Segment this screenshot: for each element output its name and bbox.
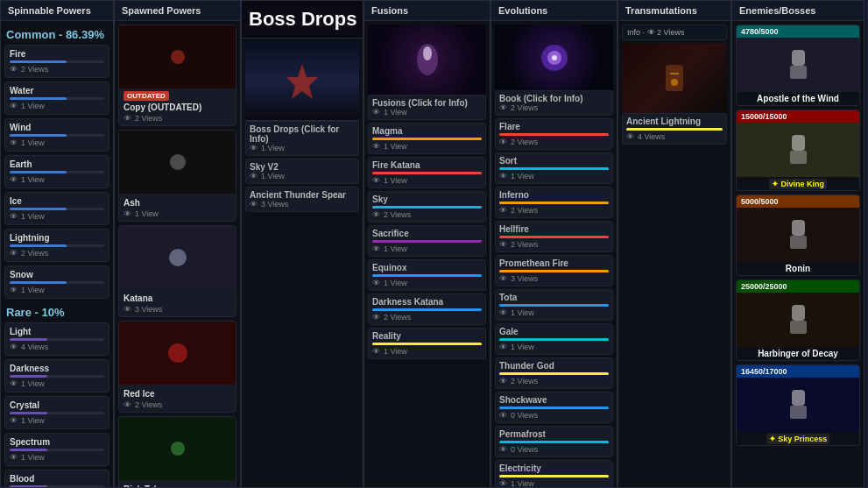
enemy-name-bar: Apostle of the Wind [737,92,859,105]
eye-icon: 👁 [10,138,18,147]
boss-drop-items-list: Sky V2👁1 ViewAncient Thunder Spear👁3 Vie… [245,159,359,212]
spawned-item-image [119,322,236,385]
enemy-name-text: Ronin [786,264,810,273]
evolution-item-name: Flare [499,122,609,131]
spinnable-rare-item[interactable]: Darkness👁1 View [4,359,109,393]
evolutions-body: Book (Click for Info) 👁 2 Views Flare👁2 … [491,21,617,487]
enemy-image [737,293,859,347]
evolution-item[interactable]: Gale👁1 View [495,323,613,355]
evolution-item[interactable]: Permafrost👁0 Views [495,426,613,457]
boss-drop-info[interactable]: Boss Drops (Click for Info) 👁 1 View [245,121,359,156]
fusion-item[interactable]: Fire Katana👁1 View [368,157,486,188]
svg-point-9 [423,46,432,60]
spinnable-item[interactable]: Wind👁1 View [4,118,109,152]
svg-point-3 [168,343,187,363]
transmutations-column: Transmutations Info · 👁 2 Views Ancient … [617,0,731,488]
boss-drop-main-meta: 👁 1 View [250,144,355,152]
enemies-bosses-column: Enemies/Bosses 4780/5000 Apostle of the … [731,0,864,488]
spawned-item-image [119,226,236,289]
spinnable-item[interactable]: Water👁1 View [4,81,109,115]
spinnable-rare-item[interactable]: Spectrum👁1 View [4,433,109,466]
svg-rect-13 [666,65,683,91]
fusion-item-name: Fire Katana [372,160,482,170]
fusion-item[interactable]: Reality👁1 View [368,328,486,359]
transmutations-body: Info · 👁 2 Views Ancient Lightning👁4 Vie… [618,21,730,487]
enemies-bosses-header: Enemies/Bosses [732,1,864,21]
svg-rect-22 [792,305,805,321]
evolution-item[interactable]: Hellfire👁2 Views [495,221,613,252]
enemy-card[interactable]: 16450/17000 ✦ Sky Princess [736,364,860,446]
enemy-card[interactable]: 25000/25000 Harbinger of Decay [736,279,860,361]
spinnable-rare-item[interactable]: Blood👁1 View [4,470,109,487]
boss-main-image [245,42,359,121]
fusion-item-name: Sky [372,194,482,204]
item-name: Fire [10,49,104,59]
item-name: Lightning [10,233,104,243]
enemy-name-text: Apostle of the Wind [757,94,839,103]
evolutions-main-image [495,25,613,90]
spinnable-item[interactable]: Earth👁1 View [4,155,109,188]
fusion-item[interactable]: Sky👁2 Views [368,191,486,223]
spinnable-rare-item[interactable]: Crystal👁1 View [4,396,109,429]
evolution-item[interactable]: Promethean Fire👁3 Views [495,255,613,286]
spinnable-powers-body: Common - 86.39% Fire👁2 ViewsWater👁1 View… [1,21,113,487]
item-name: Blood [10,474,104,484]
enemy-image [737,208,859,262]
enemy-name-highlight: ✦ Sky Princess [766,434,830,444]
eye-icon: 👁 [250,172,258,180]
evolution-item[interactable]: Tota👁1 View [495,289,613,321]
fusion-item[interactable]: Sacrifice👁1 View [368,225,486,257]
fusion-item[interactable]: Magma👁1 View [368,123,486,154]
svg-point-1 [170,154,186,170]
spawned-item[interactable]: Katana 👁3 Views [118,225,236,317]
boss-drop-main-label: Boss Drops (Click for Info) [250,124,355,144]
item-name: Earth [10,159,104,169]
spinnable-rare-item[interactable]: Light👁4 Views [4,322,109,356]
svg-rect-23 [790,321,807,334]
spawned-item-name: Katana [123,294,231,303]
eye-icon: 👁 [372,347,380,356]
enemy-card[interactable]: 5000/5000 Ronin [736,194,860,276]
enemy-card[interactable]: 4780/5000 Apostle of the Wind [736,25,860,106]
evolution-item[interactable]: Shockwave👁0 Views [495,392,613,423]
evolution-item[interactable]: Inferno👁2 Views [495,187,613,218]
eye-icon: 👁 [10,65,18,74]
boss-drop-item[interactable]: Sky V2👁1 View [245,159,359,184]
item-name: Snow [10,270,104,279]
fusions-main-views: 1 View [384,108,407,117]
spawned-powers-body: OUTDATED Copy (OUTDATED) 👁2 Views Ash 👁1… [115,21,240,487]
spawned-item-image [119,417,236,480]
svg-rect-19 [790,151,807,164]
fusion-item[interactable]: Darkness Katana👁2 Views [368,294,486,325]
spawned-item[interactable]: Risk Taker 👁4 Views [118,416,236,487]
enemy-hp-text: 16450/17000 [741,367,787,376]
evolution-item[interactable]: Sort👁1 View [495,152,613,184]
eye-icon: 👁 [123,305,131,314]
evolution-item-name: Shockwave [499,395,609,405]
evolution-item[interactable]: Electricity👁1 View [495,460,613,487]
spinnable-item[interactable]: Snow👁1 View [4,265,109,299]
item-name: Water [10,86,104,95]
evolution-item[interactable]: Flare👁2 Views [495,118,613,150]
boss-drop-item[interactable]: Ancient Thunder Spear👁3 Views [245,187,359,212]
enemy-name-bar: ✦ Sky Princess [737,432,859,445]
spawned-item[interactable]: Red Ice 👁2 Views [118,321,236,413]
fusions-column: Fusions Fusions (Click for Info) 👁 1 Vie… [363,0,490,488]
evolution-item[interactable]: Thunder God👁2 Views [495,357,613,389]
tier-rare-label: Rare - 10% [4,302,109,321]
fusion-item[interactable]: Equinox👁1 View [368,259,486,291]
enemy-card[interactable]: 15000/15000 ✦ Divine King [736,110,860,191]
eye-icon: 👁 [250,200,258,209]
spinnable-item[interactable]: Fire👁2 Views [4,45,109,78]
evolutions-main-item[interactable]: Book (Click for Info) 👁 2 Views [495,90,613,116]
item-name: Light [10,327,104,336]
eye-icon: 👁 [499,377,507,385]
spawned-item[interactable]: OUTDATED Copy (OUTDATED) 👁2 Views [118,25,236,126]
evolution-item-name: Tota [499,293,609,302]
fusions-main-item[interactable]: Fusions (Click for Info) 👁 1 View [368,95,486,120]
spawned-item[interactable]: Ash 👁1 View [118,130,236,222]
item-name: Spectrum [10,437,104,447]
spinnable-item[interactable]: Ice👁1 View [4,192,109,225]
spinnable-item[interactable]: Lightning👁2 Views [4,229,109,262]
transmutation-item[interactable]: Ancient Lightning👁4 Views [622,113,727,145]
